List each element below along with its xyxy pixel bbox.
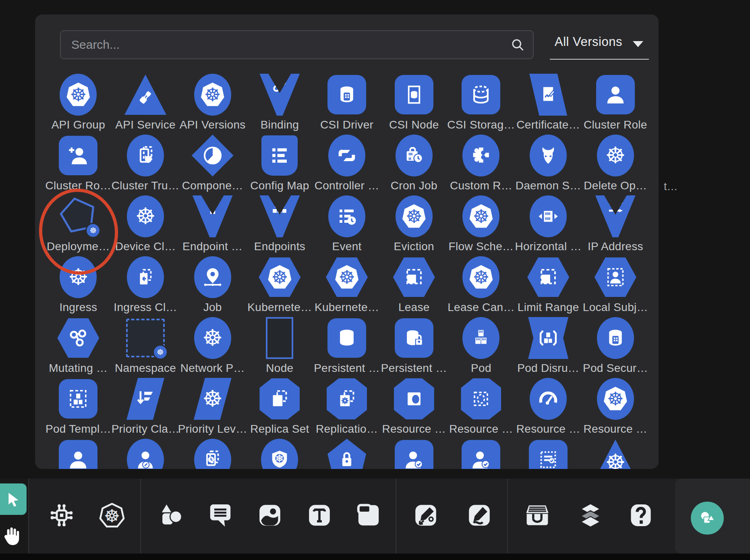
tool-pen-button[interactable]: [406, 479, 445, 554]
library-item-endpoint[interactable]: Endpoint …: [179, 185, 246, 246]
library-item-partial-3[interactable]: [179, 428, 246, 469]
cardShield-icon: [134, 144, 157, 167]
personPlus-icon: [66, 144, 90, 167]
ellipse-shape: [261, 439, 298, 469]
ellipse-shape: ☸: [396, 195, 433, 237]
tool-layers-button[interactable]: [571, 479, 610, 554]
library-item-daemon-s[interactable]: Daemon S…: [515, 124, 582, 185]
library-item-pod-disru[interactable]: Pod Disru…: [515, 307, 582, 367]
version-filter-dropdown[interactable]: All Versions: [550, 29, 649, 60]
library-item-certificate[interactable]: Certificate…: [515, 63, 582, 124]
library-item-api-service[interactable]: API Service: [112, 63, 179, 124]
help-icon: [626, 501, 655, 531]
library-item-resource[interactable]: Resource …: [380, 367, 448, 428]
library-item-pod-secur[interactable]: Pod Secur…: [582, 307, 649, 367]
library-item-persistent[interactable]: Persistent …: [313, 307, 381, 367]
library-item-priority-lev[interactable]: ☸Priority Lev…: [179, 367, 246, 428]
containers-icon: [469, 326, 493, 350]
wheelS-icon: ☸: [469, 204, 493, 228]
library-item-delete-op[interactable]: ☸Delete Op…: [582, 124, 649, 185]
library-item-mutating[interactable]: Mutating …: [45, 307, 112, 367]
library-item-horizontal[interactable]: Horizontal …: [515, 185, 582, 246]
library-item-kubernete[interactable]: ☸Kubernete…: [246, 246, 313, 307]
ellipse-shape: ☸: [60, 256, 97, 298]
tool-draw-button[interactable]: [460, 479, 499, 554]
library-item-compone[interactable]: Compone…: [179, 124, 246, 185]
library-item-replica-set[interactable]: Replica Set: [246, 367, 313, 428]
tool-shapes-button[interactable]: [151, 479, 190, 554]
library-item-custom-r[interactable]: Custom R…: [448, 124, 515, 185]
varrow-shape: [259, 74, 300, 116]
library-item-partial-6[interactable]: [380, 428, 448, 469]
library-item-event[interactable]: Event: [313, 185, 381, 246]
library-item-cluster-tru[interactable]: Cluster Tru…: [112, 124, 179, 185]
library-item-csi-node[interactable]: CSI Node: [380, 63, 448, 124]
library-item-partial-7[interactable]: [448, 428, 515, 469]
library-item-deployme[interactable]: ☸Deployme…: [45, 185, 112, 246]
library-item-limit-range[interactable]: Limit Range: [515, 246, 582, 307]
library-item-cluster-ro[interactable]: Cluster Ro…: [45, 124, 112, 185]
library-item-pod[interactable]: Pod: [448, 307, 515, 367]
library-item-kubernete[interactable]: ☸Kubernete…: [313, 246, 381, 307]
library-item-api-versions[interactable]: ☸API Versions: [179, 63, 246, 124]
shape-library-button[interactable]: [691, 502, 724, 535]
tool-archive-button[interactable]: [518, 479, 557, 554]
dashList-icon: [537, 448, 560, 469]
canvas: All Versions ☸API GroupAPI Service☸API V…: [0, 0, 750, 560]
ellipse-shape: ☸: [597, 378, 634, 420]
library-item-api-group[interactable]: ☸API Group: [45, 63, 112, 124]
library-item-csi-driver[interactable]: CSI Driver: [313, 63, 381, 124]
library-item-persistent[interactable]: Persistent …: [380, 307, 448, 367]
library-item-priority-cla[interactable]: Priority Cla…: [112, 367, 179, 428]
ellipse-shape: [127, 135, 164, 176]
library-item-ip-address[interactable]: IP Address: [582, 185, 649, 246]
listClock-icon: [335, 205, 358, 228]
library-item-ingress-cl[interactable]: Ingress Cl…: [112, 246, 179, 307]
tool-kubernetes-library-button[interactable]: ☸: [93, 479, 131, 554]
octagon-shape: [327, 378, 367, 419]
hand-tool-button[interactable]: [1, 522, 22, 550]
library-item-namespace[interactable]: ☸Namespace: [112, 307, 179, 367]
library-item-lease[interactable]: Lease: [380, 246, 448, 307]
library-item-local-subj[interactable]: Local Subj…: [582, 246, 649, 307]
library-item-ingress[interactable]: ☸Ingress: [45, 246, 112, 307]
library-item-partial-5[interactable]: [313, 428, 381, 469]
library-item-partial-4[interactable]: [246, 428, 313, 469]
library-item-lease-can[interactable]: ☸Lease Can…: [448, 246, 515, 307]
library-item-node[interactable]: Node: [246, 307, 313, 367]
ellipse-shape: [597, 317, 634, 359]
library-item-partial-1[interactable]: [45, 428, 112, 469]
select-tool-button[interactable]: [0, 483, 27, 515]
library-item-replicatio[interactable]: Replicatio…: [313, 367, 381, 428]
search-input[interactable]: [60, 30, 534, 59]
library-item-cluster-role[interactable]: Cluster Role: [582, 63, 649, 124]
library-item-eviction[interactable]: ☸Eviction: [380, 185, 448, 246]
library-item-controller[interactable]: Controller …: [313, 124, 381, 185]
library-item-resource[interactable]: ☸Resource …: [582, 367, 649, 428]
triangle-shape: ☸: [595, 440, 636, 469]
library-item-partial-8[interactable]: [515, 428, 582, 469]
tool-note-button[interactable]: [349, 479, 388, 554]
library-item-network-p[interactable]: ☸Network P…: [179, 307, 246, 367]
tool-text-button[interactable]: [300, 479, 339, 554]
library-item-config-map[interactable]: Config Map: [246, 124, 313, 185]
tool-comment-button[interactable]: [201, 479, 240, 554]
ellipse-shape: [462, 135, 499, 176]
personDash-icon: [604, 265, 627, 289]
library-item-partial-9[interactable]: ☸: [582, 428, 649, 469]
library-item-cron-job[interactable]: Cron Job: [380, 124, 448, 185]
tool-graph-view-button[interactable]: [42, 479, 81, 554]
tool-help-button[interactable]: [622, 479, 660, 554]
library-item-resource[interactable]: Resource …: [448, 367, 515, 428]
library-item-flow-sche[interactable]: ☸Flow Sche…: [448, 185, 515, 246]
library-item-resource[interactable]: Resource …: [515, 367, 582, 428]
library-item-binding[interactable]: Binding: [246, 63, 313, 124]
library-item-partial-2[interactable]: [112, 428, 179, 469]
library-item-job[interactable]: Job: [179, 246, 246, 307]
dbFrame-icon: [402, 83, 426, 106]
library-item-pod-templ[interactable]: Pod Templ…: [45, 367, 112, 428]
library-item-csi-storag[interactable]: CSI Storag…: [448, 63, 515, 124]
tool-image-button[interactable]: [251, 479, 289, 554]
library-item-device-cl[interactable]: ☸Device Cl…: [112, 185, 179, 246]
library-item-endpoints[interactable]: Endpoints: [246, 185, 313, 246]
